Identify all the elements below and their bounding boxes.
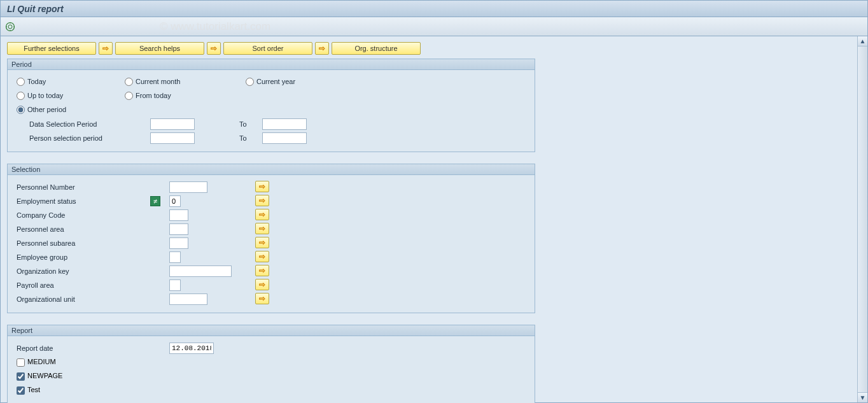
- medium-checkbox[interactable]: MEDIUM: [17, 358, 56, 367]
- organization-key-multi-button[interactable]: ⇨: [255, 265, 269, 276]
- radio-current-year[interactable]: Current year: [246, 78, 295, 86]
- personnel-number-label: Personnel Number: [17, 183, 150, 191]
- radio-current-month[interactable]: Current month: [125, 78, 180, 86]
- radio-other-period[interactable]: Other period: [17, 106, 66, 114]
- payroll-area-multi-button[interactable]: ⇨: [255, 279, 269, 290]
- radio-today[interactable]: Today: [17, 78, 46, 86]
- execute-icon[interactable]: [4, 21, 16, 32]
- to-label-2: To: [239, 134, 262, 142]
- payroll-area-input[interactable]: [169, 279, 181, 291]
- employment-status-multi-button[interactable]: ⇨: [255, 195, 269, 206]
- company-code-input[interactable]: [169, 209, 188, 221]
- radio-up-to-today[interactable]: Up to today: [17, 92, 63, 100]
- arrow-right-icon: ⇨: [259, 294, 265, 303]
- further-selections-button[interactable]: Further selections: [7, 42, 96, 55]
- report-date-label: Report date: [17, 344, 150, 352]
- organizational-unit-label: Organizational unit: [17, 295, 150, 303]
- personnel-subarea-label: Personnel subarea: [17, 239, 150, 247]
- employee-group-label: Employee group: [17, 253, 150, 261]
- personnel-area-multi-button[interactable]: ⇨: [255, 223, 269, 234]
- scroll-down-icon[interactable]: ▼: [858, 392, 867, 402]
- radio-from-today[interactable]: From today: [125, 92, 171, 100]
- arrow-right-icon: ⇨: [259, 252, 265, 261]
- selection-button-row: Further selections ⇨ Search helps ⇨ Sort…: [7, 42, 850, 55]
- arrow-right-icon: ⇨: [259, 280, 265, 289]
- personnel-number-input[interactable]: [169, 181, 207, 193]
- person-selection-from-input[interactable]: [150, 132, 195, 144]
- payroll-area-label: Payroll area: [17, 281, 150, 289]
- arrow-right-icon: ⇨: [259, 224, 265, 233]
- person-selection-period-label: Person selection period: [17, 134, 150, 142]
- period-group: Period Today Current month Current year …: [7, 59, 535, 152]
- report-group-header: Report: [8, 325, 535, 336]
- organizational-unit-multi-button[interactable]: ⇨: [255, 293, 269, 304]
- personnel-subarea-multi-button[interactable]: ⇨: [255, 237, 269, 248]
- vertical-scrollbar[interactable]: ▲ ▼: [857, 36, 867, 402]
- newpage-checkbox[interactable]: NEWPAGE: [17, 372, 62, 381]
- sort-order-button[interactable]: Sort order: [223, 42, 312, 55]
- personnel-subarea-input[interactable]: [169, 237, 188, 249]
- arrow-right-icon: ⇨: [259, 182, 265, 191]
- not-equal-icon[interactable]: ≠: [150, 196, 160, 206]
- personnel-area-input[interactable]: [169, 223, 188, 235]
- organization-key-input[interactable]: [169, 265, 232, 277]
- app-toolbar: © www.tutorialkart.com: [1, 17, 867, 36]
- test-checkbox[interactable]: Test: [17, 386, 40, 395]
- report-date-input[interactable]: [169, 343, 214, 354]
- scroll-track[interactable]: [858, 46, 867, 392]
- arrow-right-icon: ⇨: [259, 238, 265, 247]
- selection-group-header: Selection: [8, 164, 535, 175]
- arrow-right-icon: ⇨: [259, 266, 265, 275]
- company-code-label: Company Code: [17, 211, 150, 219]
- report-group: Report Report date MEDIUM NEWPAGE Test: [7, 325, 535, 403]
- svg-point-1: [8, 25, 12, 29]
- arrow-right-icon: ⇨: [102, 44, 109, 53]
- period-group-header: Period: [8, 59, 535, 70]
- sort-order-arrow-button[interactable]: ⇨: [207, 42, 221, 55]
- employment-status-input[interactable]: [169, 195, 181, 207]
- selection-group: Selection Personnel Number ⇨ Employment …: [7, 164, 535, 313]
- to-label-1: To: [239, 120, 262, 128]
- employment-status-label: Employment status: [17, 197, 150, 205]
- organizational-unit-input[interactable]: [169, 293, 207, 305]
- data-selection-from-input[interactable]: [150, 118, 195, 130]
- svg-point-0: [6, 22, 15, 31]
- employee-group-multi-button[interactable]: ⇨: [255, 251, 269, 262]
- scroll-up-icon[interactable]: ▲: [858, 36, 867, 46]
- personnel-area-label: Personnel area: [17, 225, 150, 233]
- company-code-multi-button[interactable]: ⇨: [255, 209, 269, 220]
- person-selection-to-input[interactable]: [262, 132, 307, 144]
- employee-group-input[interactable]: [169, 251, 181, 263]
- title-bar: LI Quit report: [1, 1, 867, 17]
- org-structure-arrow-button[interactable]: ⇨: [315, 42, 329, 55]
- watermark: © www.tutorialkart.com: [160, 20, 270, 33]
- data-selection-to-input[interactable]: [262, 118, 307, 130]
- organization-key-label: Organization key: [17, 267, 150, 275]
- arrow-right-icon: ⇨: [259, 210, 265, 219]
- arrow-right-icon: ⇨: [211, 44, 217, 53]
- search-helps-arrow-button[interactable]: ⇨: [99, 42, 113, 55]
- arrow-right-icon: ⇨: [259, 196, 265, 205]
- personnel-number-multi-button[interactable]: ⇨: [255, 181, 269, 192]
- data-selection-period-label: Data Selection Period: [17, 120, 150, 128]
- page-title: LI Quit report: [7, 4, 64, 14]
- org-structure-button[interactable]: Org. structure: [332, 42, 421, 55]
- arrow-right-icon: ⇨: [319, 44, 325, 53]
- search-helps-button[interactable]: Search helps: [115, 42, 204, 55]
